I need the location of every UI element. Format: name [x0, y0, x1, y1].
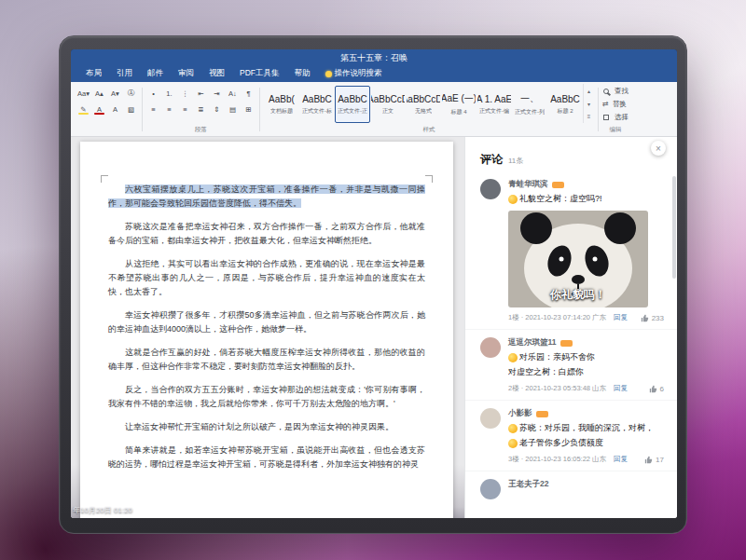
text-effects-button[interactable]: A — [108, 102, 122, 116]
multilevel-list-button[interactable]: ⋮ — [178, 87, 192, 100]
document-canvas[interactable]: 六枚宝箱摆放桌几上，苏晓这次开宝箱，准备操作一番，并非是与凯撒一同操作，那可能会… — [71, 137, 464, 518]
style-cell-5[interactable]: AaE (一)标题 4 — [441, 86, 477, 123]
comments-header: 评论 11条 — [465, 137, 677, 171]
increase-indent-button[interactable]: ⇥ — [210, 87, 224, 100]
reply-button[interactable]: 回复 — [614, 455, 628, 464]
show-marks-button[interactable]: ¶ — [242, 87, 256, 100]
paragraph-group: •1.⋮⇤⇥A↓¶ ≡≡≡≣⇕▤⊞ 段落 — [146, 84, 256, 136]
highlight-color-button[interactable]: ✎ — [76, 102, 90, 116]
borders-button[interactable]: ⊞ — [242, 102, 256, 116]
select-button-label: 选择 — [615, 113, 629, 122]
comment-username[interactable]: 青蛙华琪滨 — [508, 179, 548, 190]
borders-button-icon: ⊞ — [245, 105, 251, 114]
gallery-scroll-down[interactable]: ▾ — [584, 97, 594, 110]
font-name-dropdown[interactable]: Aa▾ — [76, 87, 90, 100]
shading-button[interactable]: ▤ — [226, 102, 240, 116]
user-avatar[interactable] — [480, 408, 501, 429]
ribbon-tab-4[interactable]: 视图 — [201, 66, 232, 82]
ribbon-tab-2[interactable]: 邮件 — [140, 66, 171, 82]
user-level-badge-icon — [560, 340, 573, 347]
user-avatar[interactable] — [480, 337, 501, 358]
document-paragraph-6[interactable]: 让幸运女神帮忙开宝箱的计划之所以破产，是因为幸运女神的神灵因果。 — [108, 420, 425, 434]
scrollbar-thumb[interactable] — [672, 176, 676, 279]
ribbon-tab-1[interactable]: 引用 — [109, 66, 140, 82]
line-spacing-button[interactable]: ⇕ — [210, 102, 224, 116]
font-group: Aa▾A▴A▾Ⓐ ✎AA▧ — [76, 84, 138, 136]
document-paragraph-0[interactable]: 六枚宝箱摆放桌几上，苏晓这次开宝箱，准备操作一番，并非是与凯撒一同操作，那可能会… — [108, 183, 425, 211]
comment-item: 逗逗尔琪篮11 对乐园：亲妈不舍你对虚空之树：白嫖你 2楼 · 2021-10-… — [465, 330, 677, 401]
align-center-button[interactable]: ≡ — [162, 102, 176, 116]
like-button[interactable]: 6 — [649, 385, 664, 393]
comment-username[interactable]: 小影影 — [508, 408, 532, 419]
numbered-list-button[interactable]: 1. — [162, 87, 176, 100]
decrease-indent-button[interactable]: ⇤ — [194, 87, 208, 100]
find-button[interactable]: 查找 — [602, 85, 629, 97]
group-divider — [142, 88, 143, 131]
document-paragraph-5[interactable]: 反之，当合作的双方五五分账时，幸运女神那边的想法就变成：'你可别有事啊，我家有件… — [108, 383, 425, 411]
thumbs-up-icon — [644, 456, 653, 464]
style-label: 标题 4 — [450, 108, 466, 116]
reply-button[interactable]: 回复 — [614, 313, 628, 322]
comment-text-line: 老子管你多少负债额度 — [508, 437, 664, 449]
bullet-list-button[interactable]: • — [146, 87, 160, 100]
close-comments-button[interactable]: × — [651, 141, 666, 156]
tell-me-search[interactable]: 操作说明搜索 — [318, 66, 390, 82]
lightbulb-icon — [325, 71, 332, 77]
ribbon-tab-3[interactable]: 审阅 — [171, 66, 201, 82]
window-titlebar[interactable]: 第五十五章：召唤 — [71, 49, 677, 66]
font-color-button[interactable]: A — [92, 102, 106, 116]
comments-scrollbar[interactable] — [672, 137, 676, 518]
shrink-font-button[interactable]: A▾ — [108, 87, 122, 100]
emote-icon — [508, 439, 518, 448]
ribbon-tab-0[interactable]: 布局 — [78, 66, 109, 82]
character-shading-button[interactable]: ▧ — [124, 102, 138, 116]
group-divider — [598, 88, 599, 131]
style-preview: AaE (一) — [441, 92, 477, 105]
comment-meta: 3楼 · 2021-10-23 16:05:22 山东 — [508, 455, 606, 464]
replace-button[interactable]: ⇄替换 — [602, 98, 629, 110]
close-icon: × — [656, 143, 661, 154]
style-preview: AaBbC — [338, 94, 367, 104]
justify-button[interactable]: ≣ — [194, 102, 208, 116]
document-paragraph-7[interactable]: 简单来讲就是，如若幸运女神帮苏晓开宝箱，虽说能开出高收益，但也会透支苏晓的运势，… — [108, 444, 425, 471]
monitor-frame: 第五十五章：召唤 布局引用邮件审阅视图PDF工具集帮助 操作说明搜索 Aa▾A▴… — [59, 35, 687, 534]
comment-username[interactable]: 王老夫子22 — [508, 479, 548, 490]
style-cell-6[interactable]: A 1. AaE正式文件-编 — [477, 86, 512, 123]
clear-formatting-button[interactable]: Ⓐ — [124, 87, 138, 100]
emote-icon — [508, 424, 518, 433]
multilevel-list-button-icon: ⋮ — [182, 89, 189, 98]
document-paragraph-3[interactable]: 幸运女神积攒了很多年，才积攒50多滴幸运神血，但之前与苏晓合作两次后，她的幸运神… — [108, 308, 425, 336]
comment-image[interactable]: 你礼貌吗！ — [508, 211, 648, 307]
user-avatar[interactable] — [480, 479, 501, 499]
style-cell-3[interactable]: AaBbCcD正文 — [370, 86, 406, 123]
sort-button-icon: A↓ — [228, 89, 237, 98]
gallery-scroll-up[interactable]: ▴ — [584, 84, 594, 97]
ribbon-tab-6[interactable]: 帮助 — [287, 66, 318, 82]
document-page[interactable]: 六枚宝箱摆放桌几上，苏晓这次开宝箱，准备操作一番，并非是与凯撒一同操作，那可能会… — [80, 142, 453, 518]
style-label: 标题 2 — [557, 107, 573, 116]
comment-username[interactable]: 逗逗尔琪篮11 — [508, 337, 557, 348]
reply-button[interactable]: 回复 — [614, 384, 628, 393]
style-cell-7[interactable]: 一、正式文件-列 — [512, 86, 547, 123]
style-cell-0[interactable]: AaBb(文档标题 — [264, 86, 299, 123]
find-button-label: 查找 — [615, 87, 629, 96]
align-right-button[interactable]: ≡ — [178, 102, 192, 116]
style-preview: 一、 — [520, 92, 539, 105]
document-paragraph-4[interactable]: 这就是合作互赢的好处，倘若苏晓大幅度压榨幸运女神所得收益，那他的收益的确丰厚，但… — [108, 346, 425, 374]
align-left-button[interactable]: ≡ — [146, 102, 160, 116]
grow-font-button[interactable]: A▴ — [92, 87, 106, 100]
style-cell-4[interactable]: AaBbCcD.无格式 — [406, 86, 441, 123]
clear-formatting-button-icon: Ⓐ — [128, 89, 135, 98]
gallery-more[interactable]: ≡ — [584, 110, 594, 123]
ribbon-tab-5[interactable]: PDF工具集 — [232, 66, 287, 82]
document-paragraph-1[interactable]: 苏晓这次是准备把幸运女神召来，双方合作操作一番，之前双方合作后，他就准备今后的宝… — [108, 220, 425, 248]
like-button[interactable]: 233 — [641, 314, 664, 322]
document-paragraph-2[interactable]: 从这拒绝，其实可以看出幸运女神的合作成熟，更准确的说，现在幸运女神是最不希望苏晓… — [108, 257, 425, 299]
sort-button[interactable]: A↓ — [226, 87, 240, 100]
style-cell-8[interactable]: AaBbC标题 2 — [547, 86, 583, 123]
style-cell-2[interactable]: AaBbC正式文件-正 — [335, 86, 370, 123]
style-cell-1[interactable]: AaBbC正式文件-标 — [299, 86, 335, 123]
user-avatar[interactable] — [480, 179, 501, 199]
like-button[interactable]: 17 — [644, 456, 664, 464]
select-button[interactable]: 选择 — [602, 111, 629, 123]
